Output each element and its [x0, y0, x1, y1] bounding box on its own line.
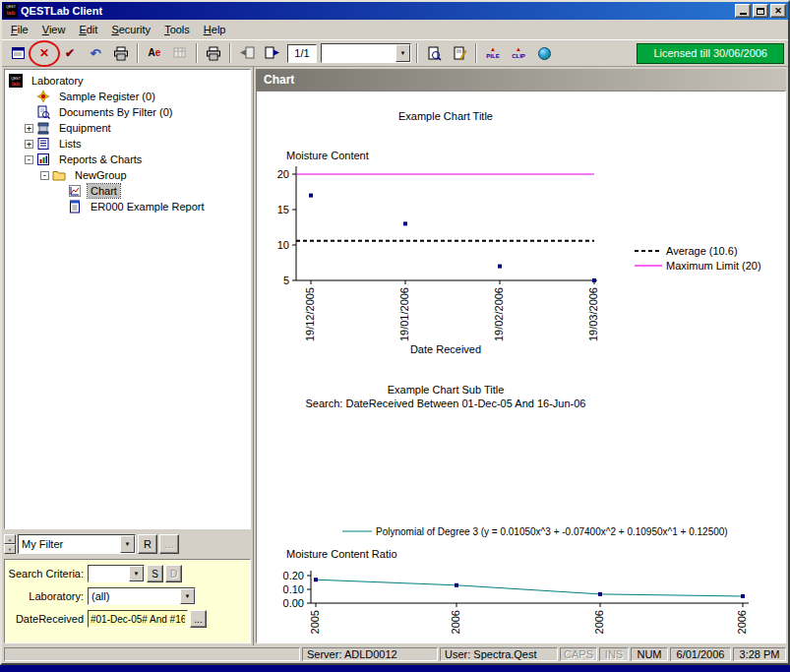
menu-view[interactable]: View	[35, 21, 73, 38]
tree-item-label: Sample Register (0)	[56, 90, 158, 103]
chart1-ylabel: Moisture Content	[286, 150, 369, 161]
menu-file[interactable]: File	[4, 21, 35, 38]
chart1-title: Example Chart Title	[398, 110, 493, 122]
chart1-ytick: 15	[277, 204, 289, 215]
expand-icon[interactable]: +	[25, 124, 33, 133]
reports-icon	[36, 153, 52, 166]
chart1-xlabel: Date Received	[410, 343, 481, 355]
laboratory-select[interactable]: (all) ▼	[88, 587, 196, 605]
chart1-ytick: 5	[283, 275, 289, 286]
menu-help[interactable]: Help	[197, 21, 233, 38]
tree-item-laboratory[interactable]: QESTlabLaboratory	[5, 73, 250, 89]
next-page-button[interactable]	[260, 42, 285, 65]
check-icon: ✔	[65, 47, 75, 59]
commit-button[interactable]: ✔	[57, 42, 83, 65]
delete-button[interactable]: ✕	[31, 42, 57, 65]
main-area: QESTlabLaboratorySample Register (0)Docu…	[2, 67, 788, 645]
form-icon	[11, 46, 27, 61]
collapse-icon[interactable]: -	[40, 171, 49, 180]
tree-item-newgroup[interactable]: -NewGroup	[5, 167, 250, 183]
spelling-button[interactable]: Ae	[142, 42, 167, 65]
minimize-icon	[740, 13, 747, 15]
close-button[interactable]: ✕	[770, 4, 786, 18]
search-criteria-select[interactable]: ▼	[88, 565, 145, 582]
chart1-xtick: 19/02/2006	[493, 287, 505, 341]
print-report-button[interactable]	[201, 42, 226, 65]
maximize-button[interactable]	[753, 4, 768, 18]
search-delete-button[interactable]: D	[165, 565, 182, 582]
tree-item-reports-charts[interactable]: -Reports & Charts	[5, 152, 250, 167]
tree-item-lists[interactable]: +Lists	[5, 136, 250, 152]
chevron-down-icon[interactable]: ▼	[395, 44, 410, 62]
menu-bar: FileViewEditSecurityToolsHelp	[2, 20, 788, 39]
spelling-icon: Ae	[149, 48, 161, 58]
tree-item-chart[interactable]: Chart	[5, 183, 250, 199]
menu-tools[interactable]: Tools	[157, 21, 197, 38]
web-button[interactable]	[531, 42, 557, 65]
tree-item-label: Equipment	[56, 121, 114, 135]
tree-item-equipment[interactable]: +Equipment	[5, 120, 250, 136]
toolbar: ✕✔↶Ae1/1▼▲PILE▲CLIP Licensed till 30/06/…	[2, 39, 788, 67]
chart2-legend: Polynomial of Degree 3 (y = 0.01050x^3 +…	[376, 526, 728, 537]
tree-item-er000-example-report[interactable]: ER000 Example Report	[5, 199, 250, 214]
toolbar-items: ✕✔↶Ae1/1▼▲PILE▲CLIP	[6, 42, 637, 65]
saved-filter-select[interactable]: My Filter ▼	[18, 534, 136, 554]
chevron-down-icon[interactable]: ▼	[180, 588, 195, 604]
up-arrow-icon: ▲	[516, 46, 521, 53]
chart2-xtick: 2006	[450, 610, 461, 634]
preview-icon	[427, 46, 442, 61]
tree-item-label: Laboratory	[29, 74, 87, 88]
chart-canvas-svg: Example Chart TitleMoisture Content20151…	[257, 92, 786, 642]
minimize-button[interactable]	[735, 4, 751, 18]
preview-button[interactable]	[421, 42, 447, 65]
date-received-input[interactable]	[88, 610, 188, 628]
status-time: 3:28 PM	[733, 647, 786, 661]
content-header: Chart	[256, 69, 786, 91]
undo-button[interactable]: ↶	[83, 42, 108, 65]
tree-item-documents-by-filter-0[interactable]: Documents By Filter (0)	[5, 104, 250, 120]
toolbar-separator	[137, 43, 139, 63]
expand-icon[interactable]: +	[25, 140, 33, 149]
filter-r-button[interactable]: R	[138, 534, 157, 554]
design-button[interactable]	[167, 42, 193, 65]
filter-spinner[interactable]: ▲ ▼	[4, 534, 16, 554]
collapse-icon[interactable]: -	[25, 155, 33, 164]
next-page-icon	[265, 46, 280, 60]
previous-page-button[interactable]	[234, 42, 260, 65]
app-window: QEST lab QESTLab Client ✕ FileViewEditSe…	[0, 0, 790, 665]
sample-register-icon	[36, 90, 52, 103]
print-button[interactable]	[108, 42, 134, 65]
content: Chart Example Chart TitleMoisture Conten…	[254, 67, 788, 645]
tree-item-sample-register-0[interactable]: Sample Register (0)	[5, 89, 250, 104]
chart1-subtitle: Example Chart Sub Title	[388, 384, 505, 396]
chart-area: Example Chart TitleMoisture Content20151…	[256, 91, 786, 643]
toolbar-separator	[475, 43, 477, 63]
chevron-down-icon[interactable]: ▼	[129, 566, 144, 581]
date-more-button[interactable]: ...	[190, 610, 207, 628]
grid-icon	[173, 46, 187, 60]
chart1-ytick: 20	[277, 168, 289, 180]
edit-report-button[interactable]	[447, 42, 472, 65]
status-ins: INS	[599, 647, 629, 661]
filter-more-button[interactable]: ...	[159, 534, 179, 554]
properties-button[interactable]	[6, 42, 31, 65]
delete-x-icon: ✕	[39, 47, 49, 59]
group-icon	[52, 168, 68, 182]
menu-security[interactable]: Security	[104, 21, 157, 38]
pile-button[interactable]: ▲PILE	[480, 42, 506, 65]
spin-down-icon[interactable]: ▼	[4, 544, 16, 554]
spin-up-icon[interactable]: ▲	[4, 534, 16, 544]
search-save-button[interactable]: S	[147, 565, 163, 582]
tree-item-label: Chart	[88, 184, 120, 198]
chart2-xtick: 2006	[593, 610, 605, 634]
menu-edit[interactable]: Edit	[72, 21, 104, 38]
printer-page-icon	[206, 46, 221, 61]
printer-icon	[113, 46, 129, 61]
clip-button[interactable]: ▲CLIP	[506, 42, 531, 65]
zoom-combo[interactable]: ▼	[321, 43, 411, 63]
pile-icon: ▲PILE	[486, 46, 499, 59]
chart2-ytick: 0.20	[283, 570, 304, 581]
undo-arrow-icon: ↶	[91, 47, 101, 60]
chevron-down-icon[interactable]: ▼	[120, 535, 135, 553]
chart1-search-note: Search: DateReceived Between 01-Dec-05 A…	[306, 397, 586, 409]
